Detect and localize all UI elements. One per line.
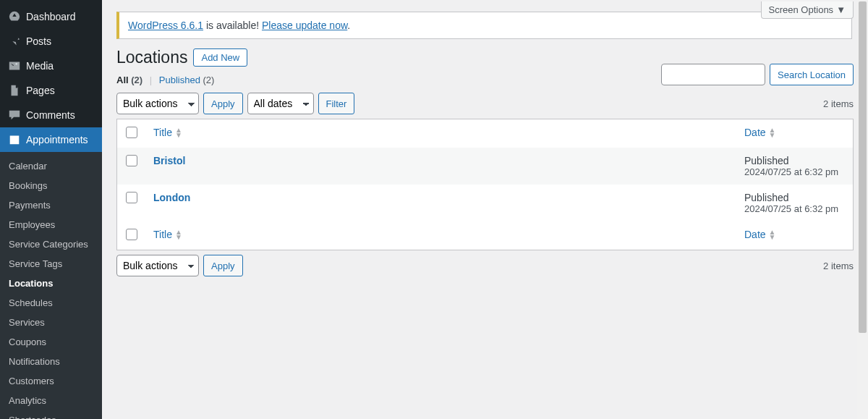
column-date-footer[interactable]: Date▲▼ [744,229,775,240]
sidebar-item-media[interactable]: Media [0,54,102,78]
sidebar-item-label: Appointments [26,134,88,145]
locations-table: Title▲▼ Date▲▼ BristolPublished2024/07/2… [116,119,854,250]
search-location-button[interactable]: Search Location [770,64,854,85]
row-datetime: 2024/07/25 at 6:32 pm [744,203,846,214]
comment-icon [7,108,22,122]
page-icon [7,83,22,98]
scrollbar-thumb[interactable] [859,1,867,333]
notice-mid-text: is available! [203,20,262,31]
bulk-apply-top-button[interactable]: Apply [203,93,243,114]
submenu-item-service-categories[interactable]: Service Categories [0,234,102,254]
speedometer-icon [7,9,22,24]
sidebar-item-dashboard[interactable]: Dashboard [0,4,102,29]
sidebar-item-posts[interactable]: Posts [0,29,102,54]
submenu-item-coupons[interactable]: Coupons [0,332,102,352]
column-date-header[interactable]: Date▲▼ [744,127,775,138]
submenu-item-bookings[interactable]: Bookings [0,176,102,195]
table-row: BristolPublished2024/07/25 at 6:32 pm [117,148,853,185]
items-count-bottom: 2 items [823,261,854,271]
bulk-apply-bottom-button[interactable]: Apply [203,255,243,276]
update-notice: WordPress 6.6.1 is available! Please upd… [116,12,852,39]
submenu-item-payments[interactable]: Payments [0,195,102,215]
sidebar-item-comments[interactable]: Comments [0,103,102,127]
submenu-item-service-tags[interactable]: Service Tags [0,254,102,274]
sidebar-item-label: Comments [26,109,75,121]
sidebar-item-label: Media [26,60,54,72]
submenu: CalendarBookingsPaymentsEmployeesService… [0,152,102,419]
vertical-scrollbar[interactable]: ▲ ▼ [857,0,868,419]
sort-icon: ▲▼ [769,229,776,240]
submenu-item-employees[interactable]: Employees [0,215,102,234]
filter-button[interactable]: Filter [318,93,355,114]
submenu-item-calendar[interactable]: Calendar [0,156,102,176]
submenu-item-schedules[interactable]: Schedules [0,293,102,313]
row-datetime: 2024/07/25 at 6:32 pm [744,166,846,177]
row-checkbox[interactable] [126,155,137,166]
column-title-header[interactable]: Title▲▼ [153,127,182,138]
row-checkbox[interactable] [126,192,137,203]
sidebar-item-pages[interactable]: Pages [0,78,102,103]
sidebar-item-label: Dashboard [26,11,76,22]
chevron-down-icon: ▼ [836,4,846,15]
screen-options-tab: Screen Options ▼ [761,1,854,19]
items-count-top: 2 items [823,98,854,109]
date-filter-select[interactable]: All dates [247,93,314,114]
submenu-item-services[interactable]: Services [0,313,102,332]
sidebar-item-label: Pages [26,85,55,96]
wp-version-link[interactable]: WordPress 6.6.1 [128,20,203,31]
screen-options-button[interactable]: Screen Options ▼ [761,1,854,19]
svg-point-0 [15,63,17,65]
select-all-checkbox-top[interactable] [126,127,137,138]
main-content: Screen Options ▼ WordPress 6.6.1 is avai… [102,0,868,419]
calendar-icon [7,132,22,147]
column-title-footer[interactable]: Title▲▼ [153,229,182,240]
sidebar-menu: DashboardPostsMediaPagesCommentsAppointm… [0,0,102,419]
media-icon [7,59,22,73]
search-input[interactable] [661,64,765,85]
notice-end-text: . [347,20,350,31]
row-status: Published [744,155,846,166]
submenu-item-shortcodes[interactable]: Shortcodes [0,410,102,419]
update-now-link[interactable]: Please update now [262,20,347,31]
sidebar-item-label: Posts [26,35,51,47]
table-row: LondonPublished2024/07/25 at 6:32 pm [117,185,853,221]
bulk-action-select-top[interactable]: Bulk actions [116,93,199,114]
admin-sidebar: DashboardPostsMediaPagesCommentsAppointm… [0,0,102,419]
row-title-link[interactable]: Bristol [153,155,185,166]
submenu-item-customers[interactable]: Customers [0,371,102,391]
row-status: Published [744,192,846,203]
sidebar-item-appointments[interactable]: Appointments [0,127,102,152]
screen-options-label: Screen Options [769,4,834,15]
pin-icon [7,34,22,48]
submenu-item-locations[interactable]: Locations [0,274,102,293]
bulk-action-select-bottom[interactable]: Bulk actions [116,255,199,276]
sort-icon: ▲▼ [175,229,182,240]
sort-icon: ▲▼ [175,127,182,137]
sort-icon: ▲▼ [769,127,776,137]
row-title-link[interactable]: London [153,192,190,203]
submenu-item-analytics[interactable]: Analytics [0,391,102,410]
submenu-item-notifications[interactable]: Notifications [0,352,102,371]
select-all-checkbox-bottom[interactable] [126,229,137,240]
